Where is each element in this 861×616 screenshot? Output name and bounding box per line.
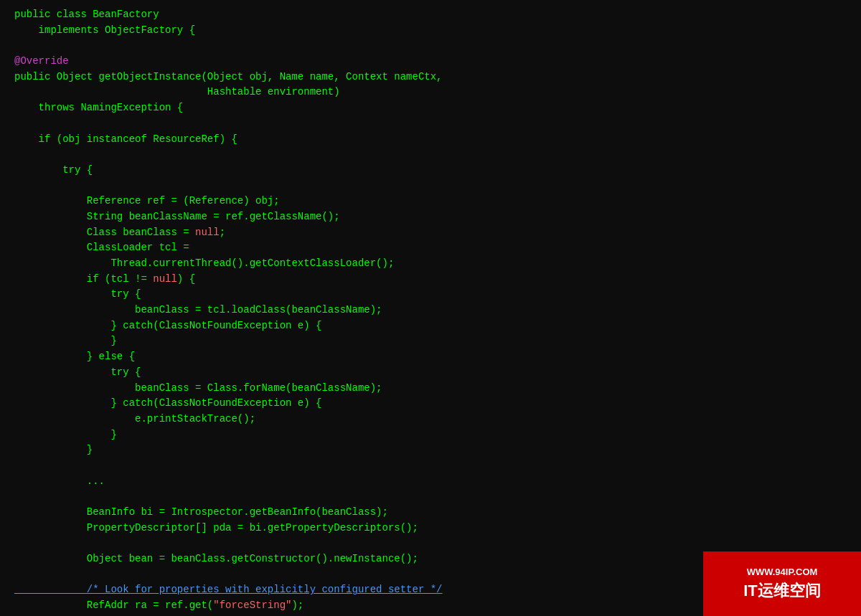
code-line: Class beanClass = null; [14,225,847,241]
code-segment: String beanClassName = ref.getClassName(… [14,211,340,222]
code-line: } catch(ClassNotFoundException e) { [14,318,847,334]
code-segment: try { [14,366,141,378]
code-segment: } [14,444,93,455]
code-segment: ... [14,475,105,487]
code-line: Reference ref = (Reference) obj; [14,194,847,209]
watermark-text: IT运维空间 [743,580,821,602]
code-segment: } catch(ClassNotFoundException e) { [14,397,321,409]
code-line [14,147,847,163]
code-line: BeanInfo bi = Introspector.getBeanInfo(b… [14,505,847,521]
code-line: if (obj instanceof ResourceRef) { [14,132,847,148]
code-segment: public class BeanFactory [14,9,159,20]
code-line: } [14,427,847,443]
code-segment: throws NamingException { [14,102,183,113]
code-segment: if (obj instanceof ResourceRef) { [14,133,237,145]
code-segment: } [14,335,117,346]
code-line: public class BeanFactory [14,7,847,23]
code-line: public Object getObjectInstance(Object o… [14,70,847,85]
code-line: String beanClassName = ref.getClassName(… [14,209,847,225]
code-line: Thread.currentThread().getContextClassLo… [14,256,847,272]
code-segment: Thread.currentThread().getContextClassLo… [14,257,394,269]
watermark-url: WWW.94IP.COM [747,567,818,577]
code-segment: Class beanClass = [14,227,195,238]
code-block: public class BeanFactory implements Obje… [14,7,847,616]
code-line: implements ObjectFactory { [14,23,847,39]
code-segment: Hashtable environment) [14,86,340,98]
code-segment: try { [14,164,93,176]
code-segment: e.printStackTrace(); [14,413,255,425]
code-segment: public Object getObjectInstance(Object o… [14,71,443,82]
code-segment: ); [291,600,304,611]
code-line: @Override [14,54,847,70]
watermark: WWW.94IP.COM IT运维空间 [703,551,861,616]
code-line: beanClass = Class.forName(beanClassName)… [14,381,847,397]
code-segment: /* Look for properties with explicitly c… [14,584,443,595]
code-segment: ) { [177,273,195,285]
code-line [14,489,847,505]
code-line [14,116,847,132]
code-segment: PropertyDescriptor[] pda = bi.getPropert… [14,522,418,534]
code-segment: beanClass = tcl.loadClass(beanClassName)… [14,304,382,316]
code-line: try { [14,365,847,381]
code-segment: null [195,227,220,238]
code-segment: RefAddr ra = ref.get( [14,600,213,611]
code-line [14,536,847,551]
code-line: try { [14,287,847,303]
code-line: beanClass = tcl.loadClass(beanClassName)… [14,303,847,318]
code-line: try { [14,163,847,179]
code-line: if (tcl != null) { [14,272,847,288]
code-line [14,179,847,194]
code-segment: Object bean = beanClass.getConstructor()… [14,553,418,564]
code-line: } [14,442,847,458]
code-segment: Reference ref = (Reference) obj; [14,195,280,207]
code-line: e.printStackTrace(); [14,412,847,427]
code-line: ... [14,474,847,490]
code-segment: } else { [14,351,135,362]
code-segment: ; [220,227,225,238]
code-segment: implements ObjectFactory { [14,24,195,36]
code-line: } catch(ClassNotFoundException e) { [14,396,847,412]
code-segment: } catch(ClassNotFoundException e) { [14,320,321,331]
code-line: } else { [14,349,847,365]
code-line: ClassLoader tcl = [14,240,847,256]
code-segment: @Override [14,55,69,67]
code-segment: null [153,273,177,285]
code-line: Hashtable environment) [14,85,847,100]
code-line: } [14,333,847,349]
code-line: throws NamingException { [14,100,847,116]
code-segment: "forceString" [213,600,291,611]
code-line [14,458,847,474]
code-segment: if (tcl != [14,273,153,285]
code-segment: try { [14,288,141,300]
code-segment: BeanInfo bi = Introspector.getBeanInfo(b… [14,506,388,518]
code-segment: ClassLoader tcl = [14,242,189,253]
code-container: public class BeanFactory implements Obje… [0,0,861,616]
code-segment: beanClass = Class.forName(beanClassName)… [14,382,382,394]
code-line: PropertyDescriptor[] pda = bi.getPropert… [14,521,847,536]
code-segment: } [14,429,117,440]
code-line [14,38,847,54]
